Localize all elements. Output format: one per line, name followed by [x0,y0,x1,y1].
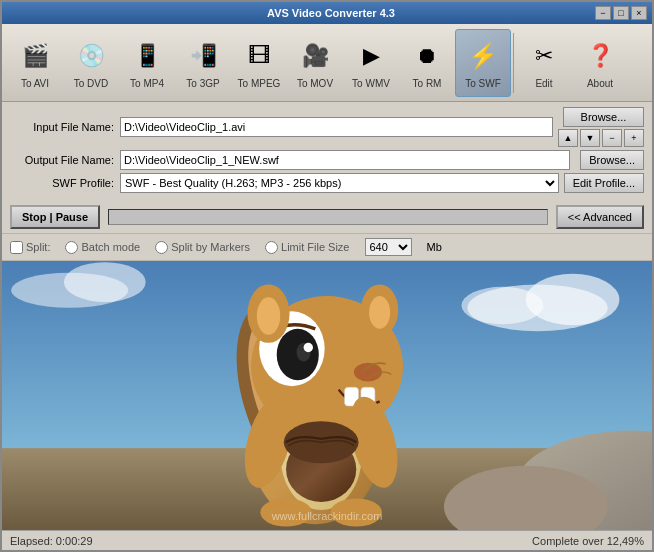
split-markers-radio[interactable] [155,241,168,254]
toolbar-btn-to-mov[interactable]: 🎥 To MOV [287,29,343,97]
watermark: www.fullcrackindir.com [272,510,383,522]
toolbar-btn-to-mp4[interactable]: 📱 To MP4 [119,29,175,97]
elapsed-status: Elapsed: 0:00:29 [10,535,93,547]
to-mpeg-icon: 🎞 [239,36,279,76]
svg-point-25 [369,296,390,329]
preview-svg [2,261,652,530]
mb-select[interactable]: 640 700 800 1024 [365,238,412,256]
mb-label: Mb [427,241,442,253]
svg-point-18 [304,343,313,352]
toolbar-btn-to-avi[interactable]: 🎬 To AVI [7,29,63,97]
advanced-button[interactable]: << Advanced [556,205,644,229]
to-mov-icon: 🎥 [295,36,335,76]
batch-mode-radio[interactable] [65,241,78,254]
batch-mode-label[interactable]: Batch mode [65,241,140,254]
input-file-label: Input File Name: [10,121,120,133]
to-wmv-label: To WMV [352,78,390,89]
to-avi-label: To AVI [21,78,49,89]
window-controls: − □ × [595,6,647,20]
toolbar-btn-edit[interactable]: ✂ Edit [516,29,572,97]
output-file-row: Output File Name: Browse... [10,150,644,170]
to-mp4-icon: 📱 [127,36,167,76]
toolbar-separator [513,33,514,93]
options-row: Split: Batch mode Split by Markers Limit… [2,233,652,261]
toolbar-btn-to-mpeg[interactable]: 🎞 To MPEG [231,29,287,97]
split-label: Split: [26,241,50,253]
down-arrow-button[interactable]: ▼ [580,129,600,147]
minus-button[interactable]: − [602,129,622,147]
toolbar-btn-about[interactable]: ❓ About [572,29,628,97]
about-icon: ❓ [580,36,620,76]
profile-select[interactable]: SWF - Best Quality (H.263; MP3 - 256 kbp… [120,173,559,193]
split-checkbox-label[interactable]: Split: [10,241,50,254]
toolbar-btn-to-wmv[interactable]: ▶ To WMV [343,29,399,97]
svg-point-23 [257,297,280,334]
split-checkbox[interactable] [10,241,23,254]
svg-point-19 [354,363,382,382]
edit-label: Edit [535,78,552,89]
toolbar-btn-to-3gp[interactable]: 📲 To 3GP [175,29,231,97]
to-swf-label: To SWF [465,78,501,89]
profile-label: SWF Profile: [10,177,120,189]
output-file-label: Output File Name: [10,154,120,166]
limit-size-text: Limit File Size [281,241,349,253]
to-rm-icon: ⏺ [407,36,447,76]
up-arrow-button[interactable]: ▲ [558,129,578,147]
toolbar-btn-to-rm[interactable]: ⏺ To RM [399,29,455,97]
toolbar-btn-to-dvd[interactable]: 💿 To DVD [63,29,119,97]
browse-output-button[interactable]: Browse... [580,150,644,170]
to-3gp-icon: 📲 [183,36,223,76]
video-preview: www.fullcrackindir.com [2,261,652,530]
toolbar-btn-to-swf[interactable]: ⚡ To SWF [455,29,511,97]
to-mp4-label: To MP4 [130,78,164,89]
input-file-field[interactable] [120,117,553,137]
output-file-field[interactable] [120,150,570,170]
svg-point-3 [462,287,544,324]
limit-file-size-label[interactable]: Limit File Size [265,241,349,254]
title-bar: AVS Video Converter 4.3 − □ × [2,2,652,24]
to-rm-label: To RM [413,78,442,89]
limit-size-radio[interactable] [265,241,278,254]
main-window: AVS Video Converter 4.3 − □ × 🎬 To AVI 💿… [0,0,654,552]
to-mpeg-label: To MPEG [238,78,281,89]
progress-bar-container [108,209,548,225]
complete-status: Complete over 12,49% [532,535,644,547]
input-file-row: Input File Name: Browse... ▲ ▼ − + [10,107,644,147]
to-3gp-label: To 3GP [186,78,219,89]
split-by-markers-label[interactable]: Split by Markers [155,241,250,254]
window-title: AVS Video Converter 4.3 [67,7,595,19]
about-label: About [587,78,613,89]
svg-point-5 [64,262,146,302]
to-swf-icon: ⚡ [463,36,503,76]
browse-input-button[interactable]: Browse... [563,107,644,127]
maximize-button[interactable]: □ [613,6,629,20]
status-bar: Elapsed: 0:00:29 Complete over 12,49% [2,530,652,550]
split-markers-text: Split by Markers [171,241,250,253]
to-dvd-icon: 💿 [71,36,111,76]
to-dvd-label: To DVD [74,78,108,89]
plus-button[interactable]: + [624,129,644,147]
toolbar: 🎬 To AVI 💿 To DVD 📱 To MP4 📲 To 3GP 🎞 To… [2,24,652,102]
form-area: Input File Name: Browse... ▲ ▼ − + Outpu… [2,102,652,201]
batch-mode-text: Batch mode [81,241,140,253]
to-mov-label: To MOV [297,78,333,89]
controls-row: Stop | Pause << Advanced [2,201,652,233]
profile-row: SWF Profile: SWF - Best Quality (H.263; … [10,173,644,193]
minimize-button[interactable]: − [595,6,611,20]
stop-pause-button[interactable]: Stop | Pause [10,205,100,229]
close-button[interactable]: × [631,6,647,20]
edit-profile-button[interactable]: Edit Profile... [564,173,644,193]
to-wmv-icon: ▶ [351,36,391,76]
edit-icon: ✂ [524,36,564,76]
to-avi-icon: 🎬 [15,36,55,76]
